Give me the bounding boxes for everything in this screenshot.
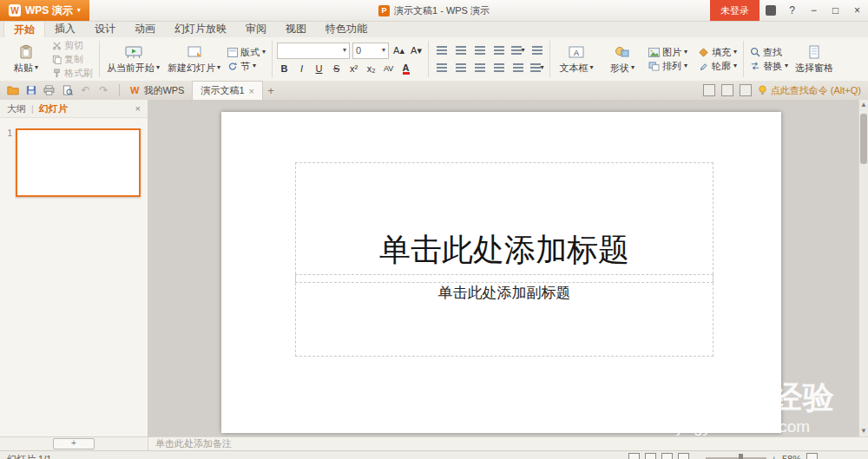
decrease-indent-icon[interactable] <box>471 43 488 58</box>
ribbon-tab-slideshow[interactable]: 幻灯片放映 <box>165 21 236 37</box>
zoom-out-button[interactable]: − <box>694 454 700 459</box>
slide-sorter-view-icon[interactable] <box>645 453 656 459</box>
subtitle-placeholder[interactable]: 单击此处添加副标题 <box>295 274 713 357</box>
ribbon-tab-design[interactable]: 设计 <box>85 21 125 37</box>
fit-slide-icon[interactable] <box>806 453 818 459</box>
paste-button[interactable]: 粘贴▾ <box>4 39 48 79</box>
close-tab-icon[interactable]: × <box>249 86 254 96</box>
slide-canvas: 单击此处添加标题 单击此处添加副标题 Baidu 经验 jingyan.baid… <box>148 100 859 436</box>
wps-menu-button[interactable]: W WPS 演示 ▾ <box>0 0 89 21</box>
scroll-up-icon[interactable]: ▲ <box>859 100 868 110</box>
baidu-jingyan-watermark: Baidu 经验 jingyan.baidu.com <box>652 377 835 436</box>
add-slide-button[interactable]: + <box>53 438 95 449</box>
vertical-scrollbar[interactable]: ▲ ▼ <box>858 100 868 436</box>
ribbon-tab-home[interactable]: 开始 <box>3 21 45 37</box>
numbering-icon[interactable] <box>452 43 469 58</box>
login-button[interactable]: 未登录 <box>710 0 760 21</box>
ribbon-tab-special-features[interactable]: 特色功能 <box>316 21 377 37</box>
align-right-icon[interactable] <box>471 61 488 75</box>
skin-icon[interactable] <box>760 0 781 21</box>
tab-outline[interactable]: 大纲 <box>7 102 26 115</box>
zoom-in-button[interactable]: + <box>772 454 777 459</box>
columns-icon[interactable]: ▾ <box>529 61 545 75</box>
cut-button[interactable]: 剪切 <box>50 39 95 52</box>
maximize-button[interactable]: □ <box>825 0 846 21</box>
bold-button[interactable]: B <box>277 62 292 76</box>
layout-button[interactable]: 版式 ▾ <box>226 46 267 59</box>
help-icon[interactable]: ? <box>781 0 803 21</box>
font-color-button[interactable]: A <box>398 62 413 76</box>
scrollbar-thumb[interactable] <box>860 114 867 164</box>
tab-document-1[interactable]: 演示文稿1 × <box>192 81 263 100</box>
line-spacing-icon[interactable]: ▾ <box>510 43 526 58</box>
new-tab-button[interactable]: + <box>263 82 279 98</box>
wps-presentation-window: W WPS 演示 ▾ P 演示文稿1 - WPS 演示 未登录 ? − □ × … <box>0 0 868 459</box>
tab-my-wps[interactable]: W 我的WPS <box>122 81 192 100</box>
normal-view-icon[interactable] <box>628 453 640 459</box>
title-placeholder[interactable]: 单击此处添加标题 <box>295 162 713 283</box>
scroll-down-icon[interactable]: ▼ <box>859 426 868 436</box>
print-preview-icon[interactable] <box>60 83 75 98</box>
align-center-icon[interactable] <box>452 61 469 75</box>
collapse-ribbon-icon[interactable] <box>740 84 752 96</box>
font-name-select[interactable]: ▾ <box>277 43 350 59</box>
tab-slides[interactable]: 幻灯片 <box>39 102 68 115</box>
character-spacing-button[interactable]: AV <box>381 62 396 76</box>
underline-button[interactable]: U <box>312 62 326 76</box>
bullets-icon[interactable] <box>433 43 450 58</box>
new-slide-button[interactable]: 新建幻灯片▾ <box>165 39 223 79</box>
ribbon-tab-animation[interactable]: 动画 <box>125 21 165 37</box>
section-button[interactable]: 节 ▾ <box>226 60 267 73</box>
superscript-button[interactable]: x² <box>346 62 361 76</box>
zoom-slider-knob[interactable] <box>739 454 743 459</box>
print-icon[interactable] <box>42 83 56 98</box>
ribbon-tab-review[interactable]: 审阅 <box>236 21 276 37</box>
minimize-button[interactable]: − <box>803 0 825 21</box>
increase-indent-icon[interactable] <box>490 43 507 58</box>
format-painter-button[interactable]: 格式刷 <box>50 67 95 80</box>
shapes-button[interactable]: 形状▾ <box>601 39 644 79</box>
text-direction-icon[interactable] <box>529 43 545 58</box>
close-panel-icon[interactable]: × <box>135 103 141 114</box>
decrease-font-size-button[interactable]: A▾ <box>409 43 424 58</box>
titlebar: W WPS 演示 ▾ P 演示文稿1 - WPS 演示 未登录 ? − □ × <box>0 0 868 22</box>
find-command-label: 点此查找命令 (Alt+Q) <box>771 84 861 97</box>
task-pane-icon[interactable] <box>721 84 733 96</box>
selection-pane-label: 选择窗格 <box>795 62 833 75</box>
copy-button[interactable]: 复制 <box>50 53 95 66</box>
title-placeholder-text: 单击此处添加标题 <box>379 229 629 272</box>
picture-button[interactable]: 图片 ▾ <box>647 46 689 59</box>
slideshow-view-icon[interactable] <box>678 453 689 459</box>
fill-icon <box>698 48 709 57</box>
ribbon-tab-insert[interactable]: 插入 <box>45 21 85 37</box>
fill-button[interactable]: 填充 ▾ <box>696 46 739 59</box>
find-command-box[interactable]: 点此查找命令 (Alt+Q) <box>758 84 861 97</box>
chevron-down-icon: ▾ <box>541 64 544 71</box>
strikethrough-button[interactable]: S <box>329 62 344 76</box>
undo-icon[interactable]: ↶ <box>78 83 93 98</box>
notes-bar[interactable]: 单击此处添加备注 <box>148 436 868 450</box>
font-size-select[interactable]: 0▾ <box>352 43 389 59</box>
close-button[interactable]: × <box>846 0 868 21</box>
align-left-icon[interactable] <box>433 61 450 75</box>
increase-font-size-button[interactable]: A▴ <box>391 43 406 58</box>
outline-button[interactable]: 轮廓 ▾ <box>696 60 739 73</box>
ribbon-tab-view[interactable]: 视图 <box>276 21 316 37</box>
textbox-button[interactable]: A 文本框▾ <box>555 39 598 79</box>
save-icon[interactable] <box>23 83 38 98</box>
redo-icon[interactable]: ↷ <box>96 83 111 98</box>
arrange-button[interactable]: 排列 ▾ <box>647 60 689 73</box>
italic-button[interactable]: I <box>294 62 309 76</box>
open-folder-icon[interactable] <box>5 83 20 98</box>
selection-pane-button[interactable]: 选择窗格 <box>792 39 836 79</box>
find-button[interactable]: 查找 <box>748 46 790 59</box>
subscript-button[interactable]: x₂ <box>364 62 378 76</box>
font-size-value: 0 <box>356 45 361 56</box>
reading-view-icon[interactable] <box>661 453 673 459</box>
distribute-text-icon[interactable] <box>510 61 526 75</box>
play-from-current-button[interactable]: 从当前开始▾ <box>104 39 162 79</box>
justify-icon[interactable] <box>490 61 507 75</box>
tab-tools-icon[interactable] <box>703 84 715 96</box>
slide-thumbnail[interactable] <box>16 128 141 197</box>
replace-button[interactable]: 替换 ▾ <box>748 60 790 73</box>
